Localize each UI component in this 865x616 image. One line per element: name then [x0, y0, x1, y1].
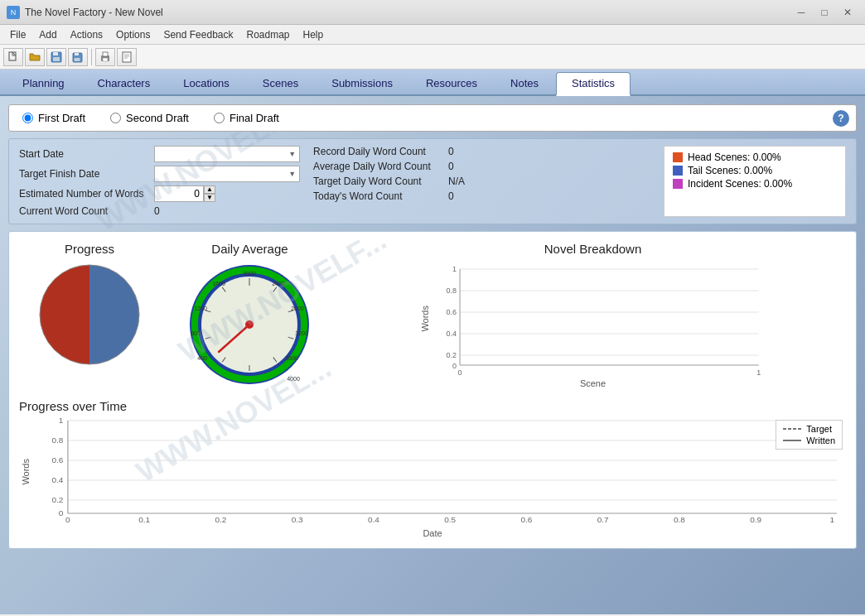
tab-characters[interactable]: Characters [82, 72, 167, 94]
svg-rect-9 [103, 58, 108, 61]
tab-planning[interactable]: Planning [7, 72, 80, 94]
tab-submissions[interactable]: Submissions [316, 72, 408, 94]
svg-text:0.8: 0.8 [446, 286, 457, 295]
progress-time-x-label: Date [423, 528, 442, 538]
stat-row-todays-count: Today's Word Count 0 [313, 190, 650, 202]
tab-resources[interactable]: Resources [410, 72, 493, 94]
legend-head-scenes: Head Scenes: 0.00% [673, 152, 837, 163]
svg-text:1600: 1600 [212, 281, 225, 286]
novel-breakdown-x-label: Scene [580, 378, 606, 388]
legend-target-label: Target [806, 424, 832, 434]
svg-text:0: 0 [59, 508, 64, 517]
export-button[interactable] [117, 48, 137, 66]
spinner-down[interactable]: ▼ [204, 194, 215, 202]
help-button[interactable]: ? [833, 110, 849, 127]
svg-point-39 [245, 320, 254, 329]
daily-average-title: Daily Average [211, 242, 288, 256]
progress-pie [36, 261, 143, 368]
menu-actions[interactable]: Actions [64, 27, 109, 42]
svg-text:1: 1 [756, 368, 761, 377]
open-button[interactable] [25, 48, 45, 66]
menu-roadmap[interactable]: Roadmap [239, 27, 296, 42]
toolbar-separator [91, 49, 92, 65]
save-button[interactable] [46, 48, 66, 66]
radio-final-draft-input[interactable] [214, 113, 225, 123]
progress-over-time-title: Progress over Time [19, 399, 846, 413]
target-daily-value: N/A [448, 176, 465, 187]
stat-row-average-daily: Average Daily Word Count 0 [313, 161, 650, 172]
svg-text:0.9: 0.9 [750, 515, 761, 523]
svg-text:1200: 1200 [194, 306, 207, 311]
target-finish-dropdown[interactable]: ▼ [154, 166, 300, 182]
svg-rect-3 [53, 57, 60, 61]
novel-breakdown-chart: Novel Breakdown Words [340, 242, 846, 389]
progress-time-y-label: Words [21, 459, 31, 485]
menu-add[interactable]: Add [32, 27, 63, 42]
save-all-button[interactable] [68, 48, 88, 66]
radio-second-draft-input[interactable] [110, 113, 121, 123]
svg-text:3200: 3200 [295, 330, 308, 336]
menu-send-feedback[interactable]: Send Feedback [157, 27, 239, 42]
tab-statistics[interactable]: Statistics [556, 72, 631, 96]
print-button[interactable] [95, 48, 115, 66]
estimated-words-label: Estimated Number of Words [19, 188, 147, 200]
stats-left: Start Date ▼ Target Finish Date ▼ Estima… [19, 146, 300, 217]
maximize-button[interactable]: □ [814, 4, 835, 21]
radio-second-draft[interactable]: Second Draft [110, 112, 189, 124]
svg-text:800: 800 [191, 330, 201, 336]
radio-first-draft-input[interactable] [22, 113, 33, 123]
stat-row-start-date: Start Date ▼ [19, 146, 300, 162]
svg-text:0.8: 0.8 [674, 515, 685, 523]
svg-text:0.6: 0.6 [51, 455, 63, 464]
record-daily-label: Record Daily Word Count [313, 146, 442, 157]
svg-rect-10 [123, 52, 131, 62]
legend-written-label: Written [806, 436, 835, 445]
svg-text:1: 1 [452, 265, 457, 273]
tab-locations[interactable]: Locations [167, 72, 245, 94]
tab-bar: Planning Characters Locations Scenes Sub… [0, 70, 865, 96]
average-daily-value: 0 [448, 161, 454, 172]
legend-tail-scenes: Tail Scenes: 0.00% [673, 165, 837, 176]
app-title: The Novel Factory - New Novel [25, 7, 163, 18]
legend-tail-label: Tail Scenes: 0.00% [688, 165, 772, 176]
stat-row-target-finish: Target Finish Date ▼ [19, 166, 300, 182]
svg-text:0: 0 [452, 362, 457, 370]
new-button[interactable] [3, 48, 23, 66]
spinner-up[interactable]: ▲ [204, 185, 215, 194]
progress-title: Progress [65, 242, 114, 256]
menu-options[interactable]: Options [109, 27, 157, 42]
stat-row-record-daily: Record Daily Word Count 0 [313, 146, 650, 157]
radio-first-draft[interactable]: First Draft [22, 112, 85, 124]
progress-time-legend: Target Written [776, 420, 843, 450]
svg-rect-5 [75, 53, 79, 55]
menu-bar: File Add Actions Options Send Feedback R… [0, 25, 865, 45]
legend-tail-color [673, 166, 683, 176]
svg-text:0.2: 0.2 [51, 495, 63, 503]
svg-text:0.3: 0.3 [292, 515, 303, 523]
tab-scenes[interactable]: Scenes [247, 72, 314, 94]
estimated-words-spinner[interactable]: ▲ ▼ [154, 185, 215, 202]
charts-row-top: Progress Daily Average [19, 242, 846, 389]
title-bar: N The Novel Factory - New Novel ─ □ ✕ [0, 0, 865, 25]
legend-incident-scenes: Incident Scenes: 0.00% [673, 178, 837, 190]
minimize-button[interactable]: ─ [790, 4, 812, 21]
svg-text:0.6: 0.6 [520, 515, 532, 523]
close-button[interactable]: ✕ [837, 4, 858, 21]
radio-final-draft[interactable]: Final Draft [214, 112, 279, 124]
tab-notes[interactable]: Notes [495, 72, 554, 94]
svg-text:0.2: 0.2 [215, 515, 226, 523]
svg-text:0.4: 0.4 [368, 515, 379, 523]
start-date-dropdown[interactable]: ▼ [154, 146, 300, 162]
progress-chart: Progress [19, 242, 160, 389]
average-daily-label: Average Daily Word Count [313, 161, 442, 172]
gauge-svg: 400 800 1200 1600 2000 2400 2800 [186, 261, 314, 389]
menu-file[interactable]: File [3, 27, 32, 42]
menu-help[interactable]: Help [297, 27, 331, 42]
svg-text:0.4: 0.4 [51, 475, 63, 484]
progress-time-svg: 1 0.8 0.6 0.4 0.2 0 0 0.1 0.2 0.3 0.4 0.… [36, 416, 846, 524]
estimated-words-input[interactable] [154, 185, 204, 202]
current-word-count-value: 0 [154, 205, 160, 217]
stats-center: Record Daily Word Count 0 Average Daily … [313, 146, 650, 217]
progress-over-time: Progress over Time Words [19, 399, 846, 538]
svg-text:0.8: 0.8 [51, 436, 63, 444]
